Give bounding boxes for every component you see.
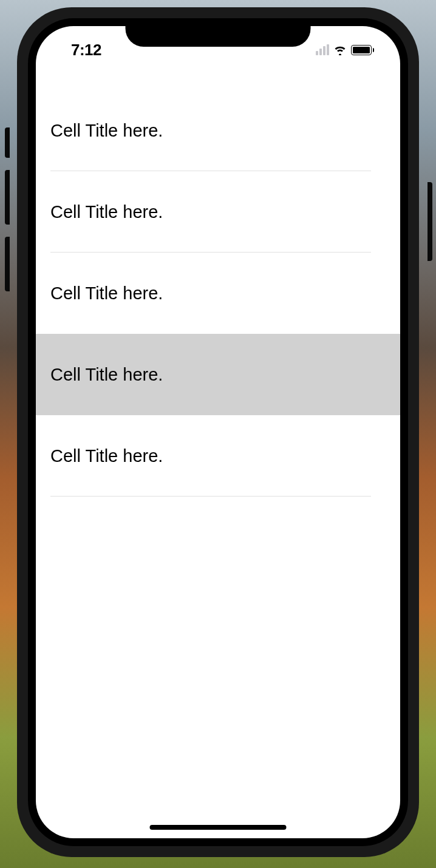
cellular-signal-icon (316, 44, 329, 55)
device-frame: 7:12 (17, 7, 419, 857)
table-view[interactable]: Cell Title here. Cell Title here. Cell T… (36, 63, 400, 497)
wifi-icon (333, 44, 347, 55)
device-volume-down (5, 237, 10, 291)
device-mute-switch (5, 127, 10, 158)
status-icons (316, 44, 383, 55)
device-notch (126, 18, 311, 47)
device-power-button (427, 182, 432, 261)
screen: 7:12 (36, 26, 400, 838)
home-indicator[interactable] (150, 825, 287, 830)
battery-icon (351, 45, 374, 55)
status-time: 7:12 (53, 41, 101, 59)
table-row[interactable]: Cell Title here. (36, 253, 400, 334)
cell-title: Cell Title here. (50, 283, 163, 303)
cell-title: Cell Title here. (50, 446, 163, 466)
table-row[interactable]: Cell Title here. (36, 90, 400, 171)
cell-title: Cell Title here. (50, 121, 163, 141)
table-row-selected[interactable]: Cell Title here. (36, 334, 400, 415)
device-volume-up (5, 170, 10, 225)
cell-separator (50, 496, 371, 497)
cell-title: Cell Title here. (50, 365, 163, 385)
cell-title: Cell Title here. (50, 202, 163, 222)
table-row[interactable]: Cell Title here. (36, 171, 400, 253)
table-row[interactable]: Cell Title here. (36, 415, 400, 497)
device-inner: 7:12 (28, 18, 408, 846)
